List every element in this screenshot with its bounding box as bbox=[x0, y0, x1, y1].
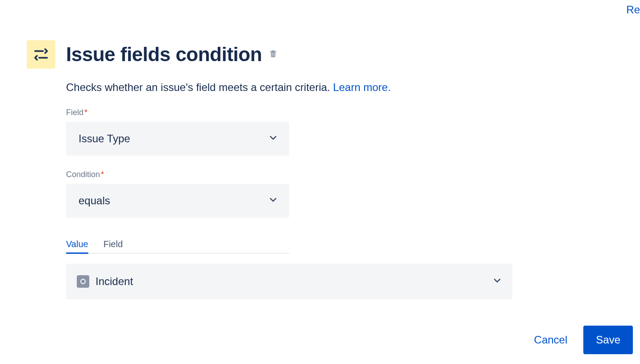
description-body: Checks whether an issue's field meets a … bbox=[66, 81, 333, 93]
delete-icon[interactable] bbox=[268, 48, 278, 61]
page-title: Issue fields condition bbox=[66, 43, 262, 66]
chevron-down-icon bbox=[268, 132, 278, 145]
condition-label-text: Condition bbox=[66, 170, 100, 179]
condition-select-value: equals bbox=[79, 194, 110, 207]
save-button[interactable]: Save bbox=[583, 326, 633, 354]
tab-value[interactable]: Value bbox=[66, 236, 88, 253]
issue-type-icon bbox=[77, 275, 89, 288]
required-marker: * bbox=[84, 108, 87, 117]
field-select-value: Issue Type bbox=[79, 132, 130, 145]
tab-field[interactable]: Field bbox=[104, 236, 123, 253]
field-label-text: Field bbox=[66, 108, 83, 117]
field-select[interactable]: Issue Type bbox=[66, 122, 289, 156]
field-label: Field* bbox=[66, 108, 633, 117]
description-text: Checks whether an issue's field meets a … bbox=[66, 81, 633, 94]
value-field-tabs: Value Field bbox=[66, 236, 289, 254]
required-marker: * bbox=[101, 170, 104, 179]
condition-select[interactable]: equals bbox=[66, 184, 289, 218]
top-right-partial-link[interactable]: Re bbox=[626, 4, 640, 16]
condition-icon bbox=[27, 40, 55, 69]
condition-label: Condition* bbox=[66, 170, 633, 179]
value-select-text: Incident bbox=[96, 275, 492, 288]
svg-rect-0 bbox=[272, 53, 272, 56]
learn-more-link[interactable]: Learn more. bbox=[333, 81, 391, 93]
chevron-down-icon bbox=[492, 275, 503, 288]
svg-rect-1 bbox=[274, 53, 274, 56]
cancel-button[interactable]: Cancel bbox=[524, 327, 578, 352]
value-select[interactable]: Incident bbox=[66, 264, 512, 299]
chevron-down-icon bbox=[268, 194, 278, 207]
